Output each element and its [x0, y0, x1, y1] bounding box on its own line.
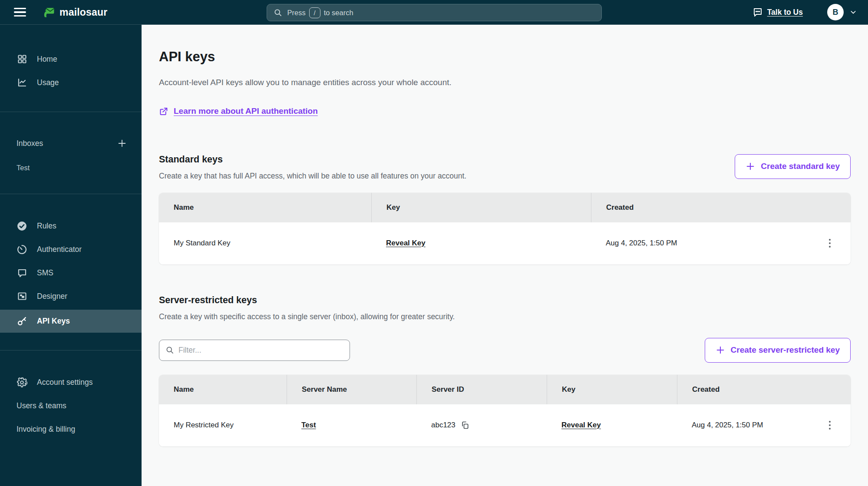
- sidebar-item-home[interactable]: Home: [0, 49, 142, 69]
- sidebar-item-rules[interactable]: Rules: [0, 216, 142, 236]
- column-header-server-name: Server Name: [287, 375, 416, 404]
- column-header-name: Name: [159, 193, 371, 222]
- chat-bubble-icon: [17, 268, 27, 278]
- row-actions-kebab-icon[interactable]: [824, 236, 836, 251]
- hamburger-menu-icon[interactable]: [14, 8, 26, 17]
- grid-icon: [17, 54, 27, 65]
- learn-more-link[interactable]: Learn more about API authentication: [159, 106, 318, 116]
- sidebar-item-usage[interactable]: Usage: [0, 73, 142, 93]
- column-header-key: Key: [371, 193, 591, 222]
- sidebar-item-authenticator[interactable]: Authenticator: [0, 239, 142, 259]
- create-server-restricted-key-label: Create server-restricted key: [731, 345, 840, 355]
- server-keys-heading: Server-restricted keys: [159, 295, 851, 306]
- sidebar-item-label: API Keys: [37, 317, 70, 326]
- sidebar-item-label: Home: [37, 55, 57, 64]
- global-search-input[interactable]: Press / to search: [267, 4, 602, 21]
- server-restricted-keys-section: Server-restricted keys Create a key with…: [159, 295, 851, 446]
- sidebar-item-label: SMS: [37, 268, 53, 278]
- server-keys-table: Name Server Name Server ID Key Created M…: [159, 375, 851, 446]
- reveal-key-link[interactable]: Reveal Key: [561, 421, 601, 430]
- avatar[interactable]: B: [827, 4, 844, 20]
- page-subtitle: Account-level API keys allow you to mana…: [159, 78, 851, 87]
- chart-icon: [17, 77, 27, 88]
- key-icon: [17, 316, 27, 327]
- mailosaur-dino-icon: [42, 5, 56, 19]
- row-actions-kebab-icon[interactable]: [824, 418, 836, 433]
- inboxes-label: Inboxes: [17, 139, 43, 148]
- sidebar-item-label: Rules: [37, 222, 56, 231]
- talk-to-us-label: Talk to Us: [767, 8, 803, 17]
- standard-keys-description: Create a key that has full API access, w…: [159, 172, 466, 181]
- filter-input-wrapper: [159, 340, 350, 361]
- table-row: My Restricted Key Test abc123 Reveal Key…: [159, 404, 851, 446]
- gear-icon: [17, 377, 27, 388]
- topbar: mailosaur Press / to search Talk to Us B: [0, 0, 868, 25]
- sidebar-tools-group: Rules Authenticator SMS: [0, 194, 142, 333]
- create-standard-key-label: Create standard key: [761, 162, 840, 171]
- server-key-name: My Restricted Key: [159, 404, 287, 446]
- logo-text: mailosaur: [59, 7, 107, 18]
- sidebar-item-label: Usage: [37, 78, 59, 87]
- main-content: API keys Account-level API keys allow yo…: [142, 25, 868, 446]
- server-name-link[interactable]: Test: [301, 421, 316, 430]
- image-icon: [17, 291, 27, 302]
- standard-keys-section: Standard keys Create a key that has full…: [159, 154, 851, 264]
- sidebar-inbox-test[interactable]: Test: [0, 159, 142, 176]
- topbar-right: Talk to Us B: [752, 4, 857, 20]
- sidebar-account-group: Account settings Users & teams Invoicing…: [0, 350, 142, 439]
- copy-icon[interactable]: [461, 421, 469, 430]
- search-icon: [165, 346, 174, 354]
- inboxes-header: Inboxes: [0, 134, 142, 153]
- standard-keys-heading: Standard keys: [159, 154, 466, 165]
- add-inbox-plus-icon[interactable]: [117, 139, 127, 148]
- column-header-created: Created: [591, 193, 851, 222]
- learn-more-label: Learn more about API authentication: [174, 106, 318, 116]
- sidebar-item-account-settings[interactable]: Account settings: [0, 372, 142, 392]
- plus-icon: [716, 345, 725, 355]
- table-row: My Standard Key Reveal Key Aug 4, 2025, …: [159, 222, 851, 264]
- mailosaur-logo[interactable]: mailosaur: [42, 5, 107, 19]
- sidebar-item-label: Designer: [37, 292, 67, 301]
- column-header-created: Created: [677, 375, 851, 404]
- external-link-icon: [159, 107, 168, 116]
- reveal-key-link[interactable]: Reveal Key: [386, 239, 426, 248]
- sidebar-item-label: Invoicing & billing: [17, 425, 75, 434]
- sidebar-item-label: Authenticator: [37, 245, 82, 254]
- create-standard-key-button[interactable]: Create standard key: [735, 154, 851, 179]
- inbox-label: Test: [17, 164, 30, 172]
- column-header-server-id: Server ID: [416, 375, 547, 404]
- check-circle-icon: [17, 221, 27, 231]
- column-header-key: Key: [547, 375, 677, 404]
- plus-icon: [746, 162, 755, 171]
- server-keys-description: Create a key with specific access to a s…: [159, 312, 851, 321]
- chat-dots-icon: [752, 7, 763, 17]
- standard-keys-table-header: Name Key Created: [159, 193, 851, 222]
- filter-input[interactable]: [178, 346, 343, 355]
- search-placeholder: Press / to search: [287, 7, 353, 18]
- sidebar: Home Usage Inboxes Test Rules: [0, 25, 142, 486]
- standard-key-created: Aug 4, 2025, 1:50 PM: [591, 222, 851, 264]
- timer-icon: [17, 244, 27, 255]
- sidebar-item-sms[interactable]: SMS: [0, 263, 142, 283]
- server-id-value: abc123: [431, 421, 455, 430]
- sidebar-item-label: Account settings: [37, 378, 92, 387]
- sidebar-item-label: Users & teams: [17, 401, 66, 410]
- search-icon: [274, 8, 282, 17]
- create-server-restricted-key-button[interactable]: Create server-restricted key: [705, 338, 851, 363]
- slash-keycap: /: [309, 7, 320, 18]
- sidebar-divider: [0, 112, 142, 112]
- talk-to-us-link[interactable]: Talk to Us: [752, 7, 803, 17]
- sidebar-item-invoicing-billing[interactable]: Invoicing & billing: [0, 419, 142, 439]
- standard-keys-table: Name Key Created My Standard Key Reveal …: [159, 193, 851, 264]
- sidebar-item-api-keys[interactable]: API Keys: [0, 310, 142, 333]
- column-header-name: Name: [159, 375, 287, 404]
- server-keys-toolbar: Create server-restricted key: [159, 338, 851, 363]
- page-title: API keys: [159, 25, 851, 65]
- sidebar-item-users-teams[interactable]: Users & teams: [0, 396, 142, 416]
- server-keys-table-header: Name Server Name Server ID Key Created: [159, 375, 851, 404]
- chevron-down-icon[interactable]: [850, 9, 857, 16]
- sidebar-item-designer[interactable]: Designer: [0, 286, 142, 306]
- standard-key-name: My Standard Key: [159, 222, 371, 264]
